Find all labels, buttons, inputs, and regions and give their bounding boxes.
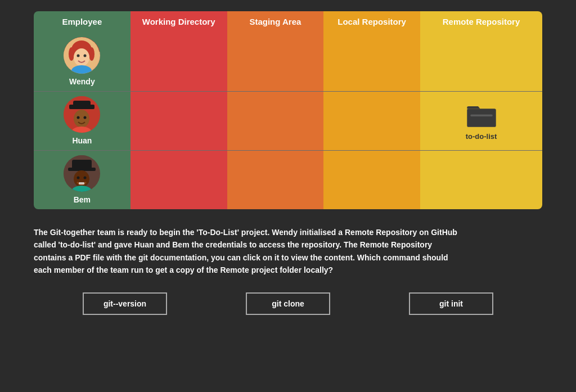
working-cell-bem (130, 150, 227, 209)
svg-point-12 (77, 116, 80, 119)
git-version-button[interactable]: git--version (83, 292, 167, 315)
answer-buttons-row: git--version git clone git init (34, 292, 542, 315)
svg-rect-19 (72, 160, 92, 169)
table-row: Huan to-do-list (34, 91, 542, 150)
svg-point-2 (69, 47, 74, 61)
avatar-bem (64, 155, 100, 192)
header-staging: Staging Area (227, 11, 324, 32)
header-employee: Employee (34, 11, 130, 32)
svg-point-21 (77, 177, 80, 179)
folder-label: to-do-list (466, 132, 497, 141)
svg-point-4 (74, 48, 89, 66)
staging-cell-bem (227, 150, 324, 209)
local-cell-huan (323, 91, 420, 150)
employee-cell-bem: Bem (34, 150, 130, 209)
git-workflow-table: Employee Working Directory Staging Area … (34, 11, 542, 209)
local-cell-bem (323, 150, 420, 209)
employee-cell-huan: Huan (34, 91, 130, 150)
avatar-huan (64, 96, 100, 133)
local-cell-wendy (323, 32, 420, 91)
employee-name-huan: Huan (72, 136, 92, 145)
folder-icon[interactable]: to-do-list (420, 101, 542, 141)
staging-cell-huan (227, 91, 324, 150)
svg-point-6 (84, 54, 87, 57)
svg-rect-16 (470, 115, 492, 116)
header-remote: Remote Repository (420, 11, 542, 32)
svg-point-22 (84, 177, 87, 179)
employee-name-bem: Bem (74, 195, 91, 204)
git-init-button[interactable]: git init (409, 292, 493, 315)
description-text: The Git-together team is ready to begin … (34, 226, 461, 277)
svg-point-5 (77, 54, 80, 57)
remote-cell-huan: to-do-list (420, 91, 542, 150)
remote-cell-wendy (420, 32, 542, 91)
table-row: Bem (34, 150, 542, 209)
remote-cell-bem (420, 150, 542, 209)
svg-point-13 (84, 116, 87, 119)
avatar-wendy (64, 37, 100, 74)
employee-cell-wendy: Wendy (34, 32, 130, 91)
svg-rect-10 (73, 101, 91, 107)
working-cell-wendy (130, 32, 227, 91)
svg-point-11 (74, 110, 89, 128)
header-working: Working Directory (130, 11, 227, 32)
table-row: Wendy (34, 32, 542, 91)
svg-point-3 (89, 47, 94, 61)
svg-rect-15 (467, 109, 496, 127)
working-cell-huan (130, 91, 227, 150)
staging-cell-wendy (227, 32, 324, 91)
svg-rect-23 (79, 182, 84, 184)
git-clone-button[interactable]: git clone (246, 292, 330, 315)
header-local: Local Repository (323, 11, 420, 32)
employee-name-wendy: Wendy (69, 77, 95, 86)
